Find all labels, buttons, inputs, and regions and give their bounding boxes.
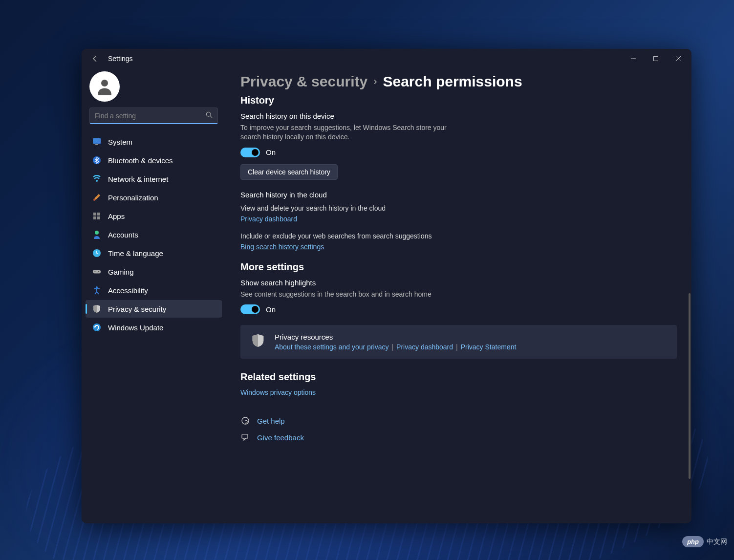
svg-point-14 <box>95 231 99 235</box>
svg-point-9 <box>93 199 95 201</box>
app-title: Settings <box>108 55 133 63</box>
scrollbar-thumb[interactable] <box>689 293 691 479</box>
svg-point-2 <box>101 80 108 86</box>
wifi-icon <box>92 174 101 183</box>
display-icon <box>92 137 101 146</box>
setting-title: Show search highlights <box>240 279 677 287</box>
sidebar-item-personalization[interactable]: Personalization <box>86 189 222 206</box>
get-help-link[interactable]: Get help <box>240 416 677 426</box>
shield-icon <box>92 304 101 313</box>
sidebar-item-accessibility[interactable]: Accessibility <box>86 281 222 299</box>
svg-rect-11 <box>97 213 100 215</box>
sidebar-item-system[interactable]: System <box>86 133 222 151</box>
bing-history-link[interactable]: Bing search history settings <box>240 243 677 251</box>
sidebar-item-label: Gaming <box>108 268 134 276</box>
sidebar-item-accounts[interactable]: Accounts <box>86 226 222 243</box>
feedback-icon <box>240 432 250 442</box>
svg-point-3 <box>206 112 211 116</box>
search-highlights-toggle[interactable] <box>240 304 260 314</box>
setting-description: View and delete your search history in t… <box>240 204 451 213</box>
user-avatar[interactable] <box>89 71 120 102</box>
setting-title: Search history on this device <box>240 112 677 120</box>
svg-point-19 <box>96 286 98 288</box>
paintbrush-icon <box>92 193 101 202</box>
sidebar-item-label: Privacy & security <box>108 305 166 313</box>
svg-point-8 <box>96 180 98 182</box>
svg-point-20 <box>93 323 101 331</box>
setting-title: Search history in the cloud <box>240 191 677 199</box>
search-input-wrap[interactable] <box>89 108 218 124</box>
back-button[interactable] <box>89 53 101 65</box>
sidebar-item-time[interactable]: Time & language <box>86 244 222 262</box>
search-input[interactable] <box>95 112 206 120</box>
sidebar-item-apps[interactable]: Apps <box>86 207 222 225</box>
toggle-state-label: On <box>266 305 276 314</box>
chevron-right-icon: › <box>373 75 377 88</box>
maximize-button[interactable] <box>645 51 667 66</box>
minimize-button[interactable] <box>622 51 645 66</box>
sidebar-item-label: Bluetooth & devices <box>108 156 173 165</box>
windows-privacy-link[interactable]: Windows privacy options <box>240 388 677 396</box>
svg-rect-6 <box>95 144 98 145</box>
sidebar-item-label: Personalization <box>108 194 158 202</box>
sidebar-item-label: Windows Update <box>108 323 163 332</box>
shield-icon <box>250 333 266 348</box>
svg-point-18 <box>98 271 99 272</box>
privacy-dashboard-link[interactable]: Privacy dashboard <box>240 215 677 223</box>
section-heading-history: History <box>240 95 677 106</box>
search-history-toggle[interactable] <box>240 148 260 157</box>
svg-rect-12 <box>93 216 96 219</box>
main-content[interactable]: Privacy & security › Search permissions … <box>226 68 691 523</box>
section-heading-more: More settings <box>240 261 677 273</box>
breadcrumb-parent[interactable]: Privacy & security <box>240 73 367 90</box>
help-icon <box>240 416 250 426</box>
svg-rect-13 <box>97 216 100 219</box>
clock-icon <box>92 249 101 258</box>
watermark-text: 中文网 <box>707 538 727 546</box>
svg-rect-5 <box>93 138 101 144</box>
sidebar-item-label: Network & internet <box>108 175 168 183</box>
breadcrumb-current: Search permissions <box>383 73 522 90</box>
help-label: Get help <box>257 417 285 425</box>
settings-window: Settings <box>82 49 691 523</box>
sidebar-item-network[interactable]: Network & internet <box>86 170 222 188</box>
feedback-label: Give feedback <box>257 433 304 442</box>
svg-rect-22 <box>242 434 248 438</box>
person-icon <box>94 76 115 97</box>
update-icon <box>92 323 101 332</box>
resource-link[interactable]: Privacy Statement <box>461 343 517 351</box>
svg-line-4 <box>210 116 212 118</box>
svg-point-17 <box>94 271 95 272</box>
resource-link[interactable]: About these settings and your privacy <box>275 343 389 351</box>
maximize-icon <box>653 56 659 62</box>
breadcrumb: Privacy & security › Search permissions <box>240 73 677 90</box>
watermark-badge: php <box>682 536 704 547</box>
accessibility-icon <box>92 286 101 295</box>
svg-rect-16 <box>93 270 101 273</box>
watermark: php 中文网 <box>682 536 727 547</box>
give-feedback-link[interactable]: Give feedback <box>240 432 677 442</box>
sidebar-item-label: Accounts <box>108 231 138 239</box>
sidebar-item-bluetooth[interactable]: Bluetooth & devices <box>86 151 222 169</box>
sidebar-item-label: Accessibility <box>108 286 148 295</box>
sidebar-item-update[interactable]: Windows Update <box>86 319 222 336</box>
sidebar: System Bluetooth & devices Network & int… <box>82 68 226 523</box>
sidebar-item-label: Time & language <box>108 249 163 258</box>
sidebar-item-gaming[interactable]: Gaming <box>86 263 222 280</box>
clear-history-button[interactable]: Clear device search history <box>240 164 338 180</box>
minimize-icon <box>630 56 636 62</box>
setting-description: See content suggestions in the search bo… <box>240 290 451 299</box>
sidebar-item-label: Apps <box>108 212 125 220</box>
close-button[interactable] <box>667 51 690 66</box>
resource-link[interactable]: Privacy dashboard <box>396 343 453 351</box>
nav-list: System Bluetooth & devices Network & int… <box>82 131 226 338</box>
resources-title: Privacy resources <box>275 333 667 341</box>
close-icon <box>675 56 681 62</box>
sidebar-item-label: System <box>108 138 132 146</box>
search-icon <box>206 111 213 120</box>
sidebar-item-privacy[interactable]: Privacy & security <box>86 300 222 318</box>
toggle-state-label: On <box>266 148 276 156</box>
account-icon <box>92 230 101 239</box>
svg-rect-10 <box>93 213 96 215</box>
gamepad-icon <box>92 267 101 276</box>
